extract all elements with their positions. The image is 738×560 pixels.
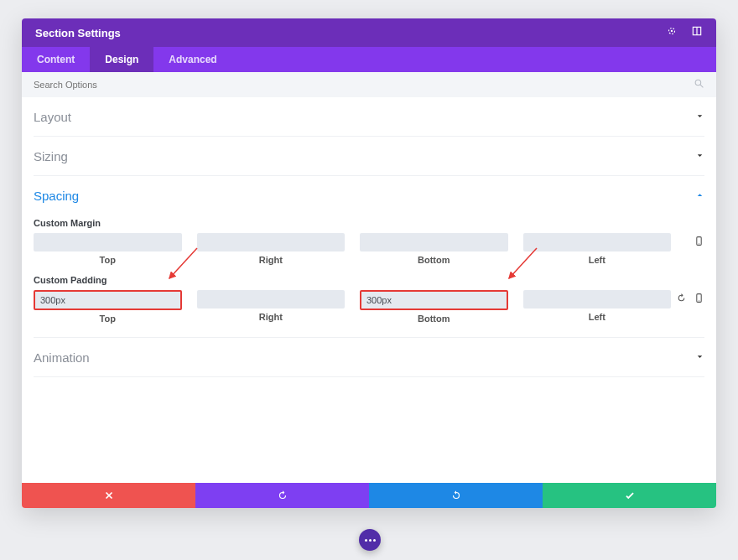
chevron-up-icon <box>695 188 704 203</box>
custom-margin-label: Custom Margin <box>34 218 704 228</box>
reset-icon[interactable] <box>676 292 687 307</box>
search-input[interactable] <box>34 80 694 90</box>
chevron-down-icon <box>695 148 704 163</box>
margin-row: Top Right Bottom <box>34 233 704 265</box>
margin-right-label: Right <box>259 255 283 265</box>
padding-left-label: Left <box>589 312 605 322</box>
modal-footer <box>22 483 716 508</box>
tab-advanced[interactable]: Advanced <box>153 47 231 72</box>
save-button[interactable] <box>543 483 716 508</box>
modal-title: Section Settings <box>35 27 121 39</box>
padding-bottom-input[interactable] <box>360 290 508 310</box>
redo-button[interactable] <box>369 483 543 508</box>
responsive-icon[interactable] <box>694 292 704 307</box>
section-spacing: Spacing Custom Margin Top <box>34 176 704 338</box>
search-icon[interactable] <box>694 77 704 92</box>
undo-button[interactable] <box>195 483 369 508</box>
section-layout: Layout <box>34 97 704 137</box>
svg-point-9 <box>699 300 699 301</box>
padding-right-label: Right <box>259 312 283 322</box>
section-animation-title: Animation <box>34 350 90 365</box>
section-layout-head[interactable]: Layout <box>34 107 704 126</box>
settings-content: Layout Sizing Spacing <box>22 97 716 483</box>
section-spacing-title: Spacing <box>34 189 79 203</box>
svg-point-0 <box>671 30 673 32</box>
responsive-icon[interactable] <box>694 235 704 250</box>
padding-right-input[interactable] <box>197 290 346 309</box>
padding-top-label: Top <box>100 314 116 324</box>
drag-icon[interactable] <box>666 25 678 40</box>
chevron-down-icon <box>695 109 704 124</box>
svg-point-4 <box>695 80 701 86</box>
margin-top-input[interactable] <box>34 233 182 251</box>
svg-line-5 <box>700 85 703 87</box>
tab-content[interactable]: Content <box>22 47 90 72</box>
more-options-fab[interactable] <box>359 529 381 551</box>
margin-right-input[interactable] <box>197 233 346 251</box>
tabs: Content Design Advanced <box>22 47 716 72</box>
expand-icon[interactable] <box>691 25 703 40</box>
padding-row: Top Right Bottom <box>34 290 704 324</box>
padding-left-input[interactable] <box>523 290 672 309</box>
section-spacing-head[interactable]: Spacing <box>34 186 704 205</box>
search-bar <box>22 72 716 97</box>
section-animation: Animation <box>34 338 704 377</box>
custom-padding-label: Custom Padding <box>34 275 704 285</box>
margin-bottom-input[interactable] <box>360 233 508 251</box>
tab-design[interactable]: Design <box>90 47 153 72</box>
section-sizing-title: Sizing <box>34 149 68 163</box>
section-animation-head[interactable]: Animation <box>34 348 704 366</box>
margin-left-label: Left <box>589 255 605 265</box>
svg-point-7 <box>699 243 699 244</box>
padding-bottom-label: Bottom <box>418 314 450 324</box>
modal-header: Section Settings <box>22 18 716 47</box>
section-sizing-head[interactable]: Sizing <box>34 147 704 165</box>
settings-modal: Section Settings Content Design Advanced <box>22 18 716 508</box>
chevron-down-icon <box>695 350 704 365</box>
margin-bottom-label: Bottom <box>418 255 450 265</box>
margin-top-label: Top <box>100 255 116 265</box>
section-layout-title: Layout <box>34 110 71 124</box>
margin-left-input[interactable] <box>523 233 672 251</box>
padding-top-input[interactable] <box>34 290 182 310</box>
cancel-button[interactable] <box>22 483 195 508</box>
section-sizing: Sizing <box>34 137 704 176</box>
